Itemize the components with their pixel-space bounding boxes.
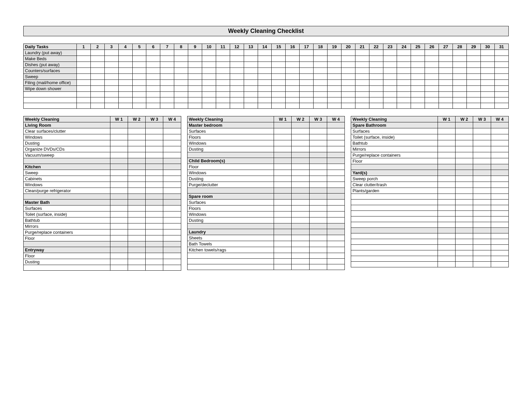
daily-check-cell[interactable] xyxy=(174,56,188,62)
daily-check-cell[interactable] xyxy=(146,92,160,97)
daily-check-cell[interactable] xyxy=(328,97,341,103)
daily-check-cell[interactable] xyxy=(188,50,202,56)
daily-check-cell[interactable] xyxy=(466,80,480,86)
daily-check-cell[interactable] xyxy=(202,74,216,80)
weekly-check-cell[interactable] xyxy=(456,262,473,267)
weekly-check-cell[interactable] xyxy=(456,256,473,262)
weekly-check-cell[interactable] xyxy=(146,217,163,223)
weekly-check-cell[interactable] xyxy=(438,128,455,134)
daily-task-blank[interactable] xyxy=(24,103,77,109)
weekly-task-blank[interactable] xyxy=(351,256,438,262)
daily-check-cell[interactable] xyxy=(146,103,160,109)
daily-check-cell[interactable] xyxy=(383,86,397,92)
daily-check-cell[interactable] xyxy=(383,97,397,103)
daily-check-cell[interactable] xyxy=(272,68,286,74)
weekly-check-cell[interactable] xyxy=(274,247,292,253)
weekly-check-cell[interactable] xyxy=(491,128,508,134)
daily-check-cell[interactable] xyxy=(453,86,467,92)
weekly-check-cell[interactable] xyxy=(309,170,327,176)
daily-check-cell[interactable] xyxy=(369,50,383,56)
weekly-check-cell[interactable] xyxy=(473,176,491,182)
daily-check-cell[interactable] xyxy=(439,56,453,62)
weekly-check-cell[interactable] xyxy=(274,128,292,134)
daily-check-cell[interactable] xyxy=(466,68,480,74)
weekly-check-cell[interactable] xyxy=(473,200,491,205)
daily-check-cell[interactable] xyxy=(397,74,411,80)
daily-check-cell[interactable] xyxy=(314,92,328,97)
daily-check-cell[interactable] xyxy=(466,50,480,56)
weekly-check-cell[interactable] xyxy=(128,223,145,229)
daily-check-cell[interactable] xyxy=(453,103,467,109)
weekly-check-cell[interactable] xyxy=(438,233,455,239)
daily-check-cell[interactable] xyxy=(118,97,132,103)
daily-check-cell[interactable] xyxy=(160,56,174,62)
daily-check-cell[interactable] xyxy=(369,56,383,62)
daily-check-cell[interactable] xyxy=(132,68,146,74)
daily-task-blank[interactable] xyxy=(24,92,77,97)
daily-check-cell[interactable] xyxy=(314,74,328,80)
daily-check-cell[interactable] xyxy=(480,62,494,68)
weekly-check-cell[interactable] xyxy=(438,200,455,205)
weekly-check-cell[interactable] xyxy=(128,217,145,223)
weekly-check-cell[interactable] xyxy=(292,182,309,188)
weekly-check-cell[interactable] xyxy=(128,170,145,176)
daily-check-cell[interactable] xyxy=(300,74,314,80)
daily-check-cell[interactable] xyxy=(104,92,118,97)
daily-check-cell[interactable] xyxy=(411,74,425,80)
daily-check-cell[interactable] xyxy=(411,80,425,86)
daily-check-cell[interactable] xyxy=(480,103,494,109)
daily-check-cell[interactable] xyxy=(174,62,188,68)
daily-check-cell[interactable] xyxy=(494,62,508,68)
weekly-check-cell[interactable] xyxy=(456,211,473,216)
daily-check-cell[interactable] xyxy=(341,62,355,68)
weekly-check-cell[interactable] xyxy=(292,164,309,170)
daily-check-cell[interactable] xyxy=(90,68,104,74)
daily-check-cell[interactable] xyxy=(341,56,355,62)
daily-check-cell[interactable] xyxy=(494,56,508,62)
daily-check-cell[interactable] xyxy=(188,80,202,86)
daily-check-cell[interactable] xyxy=(411,92,425,97)
daily-check-cell[interactable] xyxy=(188,86,202,92)
weekly-check-cell[interactable] xyxy=(274,182,292,188)
daily-check-cell[interactable] xyxy=(104,80,118,86)
daily-check-cell[interactable] xyxy=(90,92,104,97)
daily-check-cell[interactable] xyxy=(230,80,244,86)
daily-check-cell[interactable] xyxy=(118,62,132,68)
daily-check-cell[interactable] xyxy=(118,50,132,56)
daily-check-cell[interactable] xyxy=(341,103,355,109)
weekly-check-cell[interactable] xyxy=(128,235,145,241)
weekly-check-cell[interactable] xyxy=(438,256,455,262)
weekly-check-cell[interactable] xyxy=(327,146,345,152)
daily-check-cell[interactable] xyxy=(272,74,286,80)
weekly-check-cell[interactable] xyxy=(292,241,309,247)
weekly-check-cell[interactable] xyxy=(327,176,345,182)
daily-check-cell[interactable] xyxy=(453,97,467,103)
daily-check-cell[interactable] xyxy=(286,80,300,86)
weekly-check-cell[interactable] xyxy=(292,264,309,270)
weekly-check-cell[interactable] xyxy=(456,134,473,140)
daily-check-cell[interactable] xyxy=(328,80,341,86)
daily-check-cell[interactable] xyxy=(453,74,467,80)
daily-check-cell[interactable] xyxy=(466,92,480,97)
weekly-check-cell[interactable] xyxy=(327,253,345,259)
daily-check-cell[interactable] xyxy=(230,50,244,56)
weekly-check-cell[interactable] xyxy=(110,182,128,188)
daily-check-cell[interactable] xyxy=(90,103,104,109)
weekly-check-cell[interactable] xyxy=(491,211,508,216)
weekly-check-cell[interactable] xyxy=(274,241,292,247)
daily-check-cell[interactable] xyxy=(355,86,369,92)
daily-check-cell[interactable] xyxy=(411,56,425,62)
weekly-check-cell[interactable] xyxy=(146,259,163,265)
weekly-check-cell[interactable] xyxy=(456,216,473,222)
daily-check-cell[interactable] xyxy=(355,92,369,97)
weekly-task-blank[interactable] xyxy=(351,222,438,228)
weekly-check-cell[interactable] xyxy=(456,239,473,245)
weekly-check-cell[interactable] xyxy=(110,128,128,134)
daily-check-cell[interactable] xyxy=(258,86,272,92)
weekly-check-cell[interactable] xyxy=(473,233,491,239)
daily-check-cell[interactable] xyxy=(160,97,174,103)
daily-check-cell[interactable] xyxy=(202,50,216,56)
daily-check-cell[interactable] xyxy=(286,50,300,56)
daily-task-blank[interactable] xyxy=(24,97,77,103)
weekly-check-cell[interactable] xyxy=(128,176,145,182)
